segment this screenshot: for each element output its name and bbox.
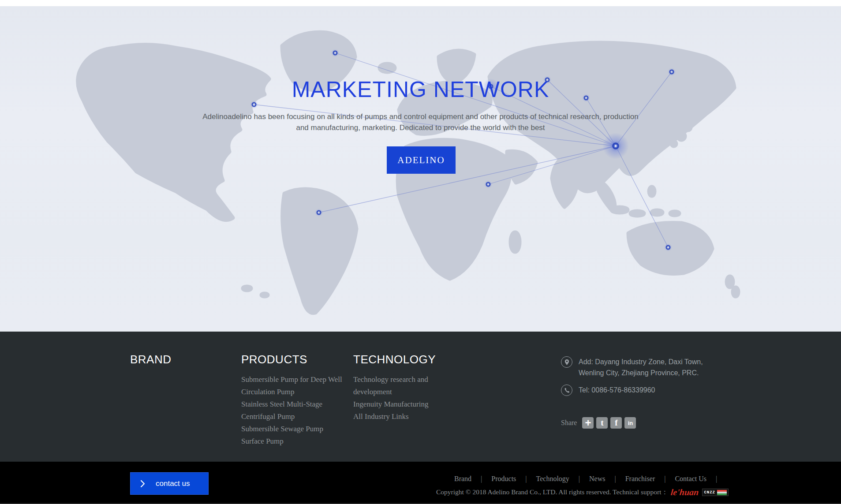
footer-link-product[interactable]: Circulation Pump	[241, 386, 347, 398]
nav-separator: |	[664, 475, 665, 483]
tel-text: Tel: 0086-576-86339960	[579, 385, 655, 396]
address-line1: Add: Dayang Industry Zone, Daxi Town,	[579, 356, 703, 367]
footer-column-brand: BRAND	[130, 353, 172, 373]
cnzz-badge[interactable]: CNZZ	[702, 489, 729, 496]
share-label: Share	[561, 419, 577, 427]
nav-separator: |	[525, 475, 527, 483]
nav-news[interactable]: News	[589, 475, 605, 483]
footer-link-technology[interactable]: Ingenuity Manufacturing	[353, 398, 468, 411]
address-row: Add: Dayang Industry Zone, Daxi Town, We…	[561, 356, 737, 378]
lehuan-logo[interactable]: le'huan	[670, 487, 699, 497]
facebook-icon[interactable]: f	[610, 417, 622, 429]
hero-subtitle-line1: Adelinoadelino has been focusing on all …	[0, 111, 841, 122]
bottom-nav: Brand | Products | Technology | News | F…	[454, 475, 726, 483]
share-row: Share + t f in	[561, 417, 737, 429]
footer-contact-info: Add: Dayang Industry Zone, Daxi Town, We…	[561, 356, 737, 429]
brand-heading: BRAND	[130, 353, 172, 366]
products-heading: PRODUCTS	[241, 353, 347, 366]
location-pin-icon	[561, 356, 572, 368]
footer-link-technology[interactable]: All Industry Links	[353, 411, 468, 423]
chevron-right-icon	[140, 480, 145, 488]
footer-link-product[interactable]: Surface Pump	[241, 435, 347, 448]
phone-icon	[561, 385, 572, 396]
adelino-button[interactable]: ADELINO	[387, 146, 456, 174]
footer-column-technology: TECHNOLOGY Technology research and devel…	[353, 353, 468, 423]
nav-separator: |	[716, 475, 717, 483]
footer: BRAND PRODUCTS Submersible Pump for Deep…	[0, 332, 841, 462]
nav-contact-us[interactable]: Contact Us	[675, 475, 706, 483]
nav-brand[interactable]: Brand	[454, 475, 471, 483]
nav-separator: |	[614, 475, 616, 483]
address-line2: Wenling City, Zhejiang Province, PRC.	[579, 367, 703, 378]
address-text: Add: Dayang Industry Zone, Daxi Town, We…	[579, 356, 703, 378]
footer-link-technology[interactable]: Technology research and development	[353, 373, 468, 398]
footer-column-products: PRODUCTS Submersible Pump for Deep Well …	[241, 353, 347, 448]
cnzz-label: CNZZ	[704, 490, 715, 495]
contact-us-button[interactable]: contact us	[130, 472, 209, 495]
copyright-row: Copyright © 2018 Adelino Brand Co., LTD.…	[436, 487, 729, 497]
cnzz-stripes-icon	[717, 490, 727, 495]
contact-us-label: contact us	[156, 479, 190, 488]
nav-separator: |	[579, 475, 580, 483]
hero-subtitle: Adelinoadelino has been focusing on all …	[0, 111, 841, 133]
hero-subtitle-line2: and manufacturing, marketing. Dedicated …	[0, 122, 841, 133]
nav-technology[interactable]: Technology	[536, 475, 569, 483]
technology-heading: TECHNOLOGY	[353, 353, 468, 366]
copyright-text: Copyright © 2018 Adelino Brand Co., LTD.…	[436, 488, 668, 497]
nav-franchiser[interactable]: Franchiser	[625, 475, 655, 483]
page: MARKETING NETWORK Adelinoadelino has bee…	[0, 0, 841, 504]
linkedin-icon[interactable]: in	[624, 417, 636, 429]
page-title: MARKETING NETWORK	[0, 77, 841, 102]
marketing-network-section: MARKETING NETWORK Adelinoadelino has bee…	[0, 6, 841, 332]
share-more-icon[interactable]: +	[582, 417, 594, 429]
footer-link-product[interactable]: Submersible Pump for Deep Well	[241, 373, 347, 386]
tel-row: Tel: 0086-576-86339960	[561, 385, 737, 396]
nav-separator: |	[481, 475, 482, 483]
nav-products[interactable]: Products	[491, 475, 516, 483]
footer-link-product[interactable]: Submersible Sewage Pump	[241, 423, 347, 435]
twitter-icon[interactable]: t	[596, 417, 608, 429]
bottom-bar: contact us Brand | Products | Technology…	[0, 462, 841, 504]
footer-link-product[interactable]: Stainless Steel Multi-Stage Centrifugal …	[241, 398, 347, 423]
